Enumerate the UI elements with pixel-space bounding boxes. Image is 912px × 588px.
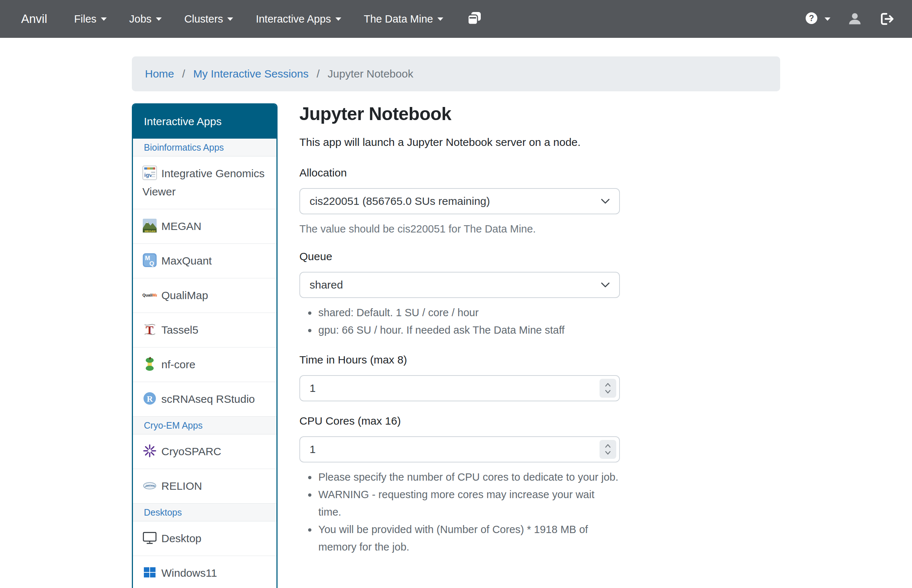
queue-notes: shared: Default. 1 SU / core / hourgpu: … <box>300 304 620 339</box>
nav-item-label: Files <box>74 13 97 25</box>
svg-text:QualiMap: QualiMap <box>143 293 157 297</box>
nav-item-clusters[interactable]: Clusters <box>184 13 233 25</box>
sidebar-category-bioinformatics-apps: Bioinformatics Apps <box>133 139 277 157</box>
sidebar-item-cryosparc[interactable]: CryoSPARC <box>133 435 277 469</box>
sidebar-item-label: QualiMap <box>161 289 208 301</box>
megan-icon: MEGAN <box>143 218 157 233</box>
number-stepper[interactable] <box>599 379 616 398</box>
sidebar-item-label: RELION <box>161 480 202 492</box>
allocation-help-text: The value should be cis220051 for The Da… <box>300 222 620 236</box>
windows11-icon <box>143 565 157 580</box>
sidebar-category-desktops: Desktops <box>133 504 277 522</box>
nav-item-interactive-apps[interactable]: Interactive Apps <box>256 13 341 25</box>
logout-icon[interactable] <box>879 11 895 26</box>
desktop-icon <box>143 530 157 545</box>
allocation-label: Allocation <box>300 166 620 179</box>
sidebar-item-label: Desktop <box>161 532 201 544</box>
sidebar-item-integrative-genomics-viewer[interactable]: igvIntegrative Genomics Viewer <box>133 157 277 209</box>
help-menu[interactable]: ? <box>804 11 830 27</box>
sidebar-item-label: Integrative Genomics Viewer <box>143 167 264 197</box>
time-label: Time in Hours (max 8) <box>300 353 620 367</box>
help-icon[interactable]: ? <box>804 11 819 27</box>
sidebar-item-maxquant[interactable]: MQMaxQuant <box>133 244 277 278</box>
nav-item-label: The Data Mine <box>364 13 433 25</box>
sidebar-item-relion[interactable]: RELIONRELION <box>133 469 277 504</box>
sidebar-item-qualimap[interactable]: QualiMapQualiMap <box>133 278 277 313</box>
nav-item-label: Interactive Apps <box>256 13 331 25</box>
page-title: Jupyter Notebook <box>300 103 620 124</box>
bullet-item: gpu: 66 SU / hour. If needed ask The Dat… <box>317 321 620 339</box>
app-description: This app will launch a Jupyter Notebook … <box>300 134 620 150</box>
igv-icon: igv <box>143 166 157 180</box>
queue-select[interactable]: shared <box>300 272 620 298</box>
nav-item-jobs[interactable]: Jobs <box>129 13 162 25</box>
user-icon[interactable] <box>847 11 862 27</box>
navbar-menu: FilesJobsClustersInteractive AppsThe Dat… <box>74 13 466 25</box>
number-stepper[interactable] <box>599 440 616 459</box>
sidebar: Interactive Apps Bioinformatics AppsigvI… <box>132 103 277 588</box>
svg-text:igv: igv <box>144 172 152 178</box>
chevron-down-icon <box>335 18 341 21</box>
cores-input[interactable] <box>300 436 620 462</box>
rstudio-icon: R <box>143 391 157 406</box>
svg-text:T: T <box>146 323 153 336</box>
chevron-down-icon <box>437 18 443 21</box>
nf-core-icon <box>143 357 157 371</box>
svg-text:MEGAN: MEGAN <box>144 229 156 233</box>
chevron-down-icon <box>600 282 611 288</box>
cores-notes: Please specify the number of CPU cores t… <box>300 468 620 556</box>
sidebar-category-cryo-em-apps: Cryo-EM Apps <box>133 417 277 435</box>
bullet-item: You will be provided with (Number of Cor… <box>317 521 620 556</box>
chevron-down-icon <box>101 18 107 21</box>
brand-anvil[interactable]: Anvil <box>21 0 47 38</box>
sidebar-sections: Bioinformatics AppsigvIntegrative Genomi… <box>133 139 277 588</box>
bullet-item: Please specify the number of CPU cores t… <box>317 468 620 486</box>
nav-item-label: Clusters <box>184 13 223 25</box>
sidebar-item-scrnaseq-rstudio[interactable]: RscRNAseq RStudio <box>133 382 277 417</box>
chevron-down-icon <box>227 18 233 21</box>
queue-label: Queue <box>300 250 620 263</box>
svg-text:?: ? <box>809 13 814 23</box>
svg-text:RELION: RELION <box>146 485 155 487</box>
sidebar-item-label: nf-core <box>161 359 195 370</box>
breadcrumb-item: Jupyter Notebook <box>328 68 413 80</box>
sidebar-item-label: Tassel5 <box>161 324 199 336</box>
breadcrumb-item[interactable]: Home <box>145 68 174 80</box>
allocation-select[interactable]: cis220051 (856765.0 SUs remaining) <box>300 188 620 214</box>
sidebar-item-tassel5[interactable]: TTassel5 <box>133 313 277 347</box>
top-navbar: Anvil FilesJobsClustersInteractive AppsT… <box>0 0 912 38</box>
tassel5-icon: T <box>143 322 157 336</box>
bullet-item: shared: Default. 1 SU / core / hour <box>317 304 620 321</box>
sidebar-title: Interactive Apps <box>133 105 277 139</box>
svg-text:Q: Q <box>149 260 154 267</box>
sidebar-item-windows11[interactable]: Windows11 <box>133 556 277 588</box>
chevron-down-icon <box>156 18 162 21</box>
chevron-down-icon <box>825 18 830 21</box>
svg-text:R: R <box>147 394 153 404</box>
sidebar-item-label: MaxQuant <box>161 255 212 267</box>
cores-label: CPU Cores (max 16) <box>300 414 620 428</box>
sidebar-item-label: CryoSPARC <box>161 445 221 457</box>
nav-item-the-data-mine[interactable]: The Data Mine <box>364 13 443 25</box>
allocation-group: Allocation cis220051 (856765.0 SUs remai… <box>300 166 620 236</box>
sidebar-item-label: MEGAN <box>161 220 201 232</box>
relion-icon: RELION <box>143 478 157 493</box>
sidebar-item-megan[interactable]: MEGANMEGAN <box>133 209 277 244</box>
nav-item-files[interactable]: Files <box>74 13 107 25</box>
breadcrumb-item[interactable]: My Interactive Sessions <box>193 68 308 80</box>
sidebar-item-desktop[interactable]: Desktop <box>133 522 277 556</box>
cores-group: CPU Cores (max 16) Please specify the nu… <box>300 414 620 556</box>
maxquant-icon: MQ <box>143 253 157 267</box>
sidebar-item-label: Windows11 <box>161 567 217 579</box>
time-group: Time in Hours (max 8) <box>300 353 620 401</box>
breadcrumb-separator: / <box>316 68 319 80</box>
nav-item-label: Jobs <box>129 13 152 25</box>
time-input[interactable] <box>300 375 620 401</box>
sidebar-item-nf-core[interactable]: nf-core <box>133 347 277 382</box>
main-content: Jupyter Notebook This app will launch a … <box>300 103 620 556</box>
queue-select-value: shared <box>309 279 343 291</box>
my-interactive-sessions-icon[interactable] <box>466 11 483 27</box>
allocation-select-value: cis220051 (856765.0 SUs remaining) <box>309 195 490 207</box>
breadcrumb: Home/My Interactive Sessions/Jupyter Not… <box>132 57 780 91</box>
qualimap-icon: QualiMap <box>143 288 157 302</box>
